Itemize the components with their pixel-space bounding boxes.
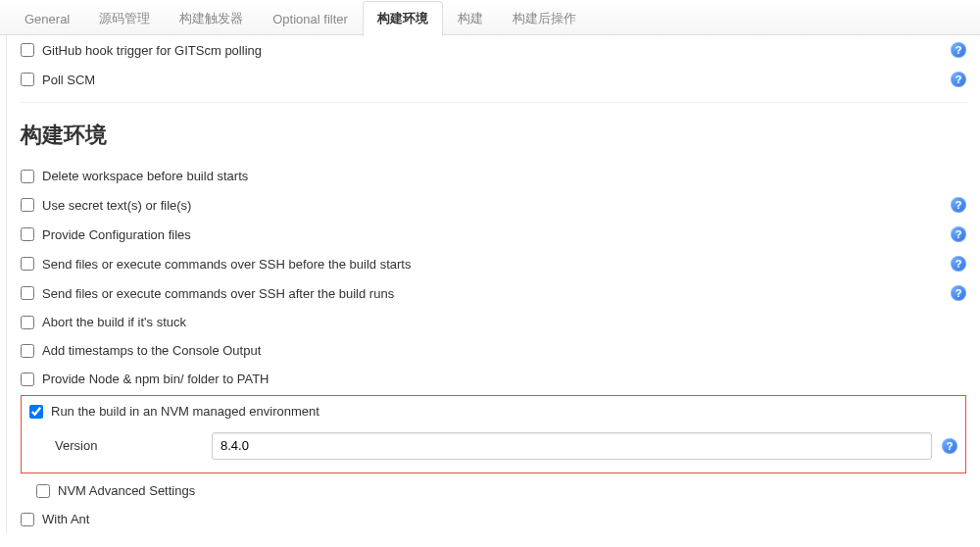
nvm-version-row: Version ? xyxy=(29,424,957,461)
poll-scm-checkbox[interactable] xyxy=(21,73,34,86)
ssh-before-label: Send files or execute commands over SSH … xyxy=(42,257,951,272)
with-ant-label: With Ant xyxy=(42,512,966,526)
opt-abort-stuck-row: Abort the build if it's stuck xyxy=(21,308,966,336)
nvm-advanced-label: NVM Advanced Settings xyxy=(58,483,966,498)
node-path-label: Provide Node & npm bin/ folder to PATH xyxy=(42,372,966,386)
abort-stuck-label: Abort the build if it's stuck xyxy=(42,315,966,329)
nvm-advanced-checkbox[interactable] xyxy=(36,484,50,498)
timestamps-label: Add timestamps to the Console Output xyxy=(42,343,966,358)
tab-build-env[interactable]: 构建环境 xyxy=(363,1,443,36)
with-ant-checkbox[interactable] xyxy=(21,513,34,526)
tab-post-build[interactable]: 构建后操作 xyxy=(498,1,591,35)
opt-delete-workspace-row: Delete workspace before build starts xyxy=(21,162,966,190)
nvm-label: Run the build in an NVM managed environm… xyxy=(51,404,957,419)
opt-with-ant-row: With Ant xyxy=(21,505,966,533)
help-icon[interactable]: ? xyxy=(951,226,966,242)
ssh-after-checkbox[interactable] xyxy=(21,286,34,300)
tab-triggers[interactable]: 构建触发器 xyxy=(165,1,258,35)
help-icon[interactable]: ? xyxy=(951,42,966,58)
opt-ssh-before-row: Send files or execute commands over SSH … xyxy=(21,249,966,278)
github-hook-checkbox[interactable] xyxy=(21,43,34,57)
help-icon[interactable]: ? xyxy=(951,285,966,301)
nvm-version-input[interactable] xyxy=(212,432,932,460)
github-hook-label: GitHub hook trigger for GITScm polling xyxy=(42,43,951,58)
trigger-poll-scm-row: Poll SCM ? xyxy=(21,65,966,94)
nvm-highlight-box: Run the build in an NVM managed environm… xyxy=(21,395,966,473)
help-icon[interactable]: ? xyxy=(951,256,966,272)
config-files-checkbox[interactable] xyxy=(21,227,34,241)
config-content: GitHub hook trigger for GITScm polling ?… xyxy=(6,35,980,533)
opt-nvm-row: Run the build in an NVM managed environm… xyxy=(29,402,957,424)
delete-workspace-checkbox[interactable] xyxy=(21,170,34,183)
trigger-github-hook-row: GitHub hook trigger for GITScm polling ? xyxy=(21,35,966,65)
tab-general[interactable]: General xyxy=(10,3,84,34)
tab-optional-filter[interactable]: Optional filter xyxy=(258,3,363,34)
help-icon[interactable]: ? xyxy=(942,438,957,454)
opt-nvm-advanced-row: NVM Advanced Settings xyxy=(21,481,966,505)
opt-config-files-row: Provide Configuration files ? xyxy=(21,220,966,249)
section-title-build-env: 构建环境 xyxy=(21,102,966,162)
tab-bar: General 源码管理 构建触发器 Optional filter 构建环境 … xyxy=(0,0,980,35)
help-icon[interactable]: ? xyxy=(951,197,966,213)
opt-node-path-row: Provide Node & npm bin/ folder to PATH xyxy=(21,365,966,393)
help-icon[interactable]: ? xyxy=(951,72,966,87)
ssh-before-checkbox[interactable] xyxy=(21,257,34,271)
tab-scm[interactable]: 源码管理 xyxy=(84,1,165,35)
opt-timestamps-row: Add timestamps to the Console Output xyxy=(21,336,966,365)
use-secret-checkbox[interactable] xyxy=(21,198,34,212)
delete-workspace-label: Delete workspace before build starts xyxy=(42,169,966,183)
node-path-checkbox[interactable] xyxy=(21,373,34,386)
nvm-checkbox[interactable] xyxy=(29,405,43,419)
tab-build[interactable]: 构建 xyxy=(443,1,498,35)
opt-use-secret-row: Use secret text(s) or file(s) ? xyxy=(21,190,966,220)
timestamps-checkbox[interactable] xyxy=(21,344,34,358)
config-files-label: Provide Configuration files xyxy=(42,227,951,242)
nvm-version-label: Version xyxy=(45,430,212,461)
abort-stuck-checkbox[interactable] xyxy=(21,316,34,329)
ssh-after-label: Send files or execute commands over SSH … xyxy=(42,286,951,301)
opt-ssh-after-row: Send files or execute commands over SSH … xyxy=(21,278,966,308)
use-secret-label: Use secret text(s) or file(s) xyxy=(42,198,951,213)
poll-scm-label: Poll SCM xyxy=(42,73,951,87)
